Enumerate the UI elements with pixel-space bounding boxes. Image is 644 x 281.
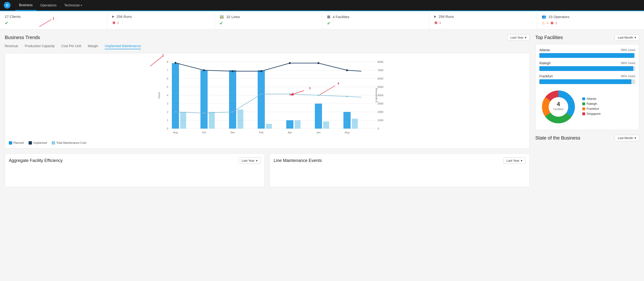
svg-text:hours: hours — [158, 92, 160, 99]
top-facilities-card: Atlanta 99% Used Raleigh 98% Used Fr — [535, 44, 639, 130]
stat-facilities-status: ✔ — [327, 21, 425, 26]
svg-point-44 — [203, 69, 205, 71]
svg-point-53 — [260, 93, 262, 95]
svg-text:Aug: Aug — [173, 131, 178, 134]
svg-rect-41 — [323, 121, 329, 129]
legend-planned-color — [9, 141, 12, 145]
svg-text:Jun: Jun — [316, 131, 320, 134]
top-facilities-header: Top Facilities Last Month ▾ — [535, 34, 639, 41]
legend-planned: Planned — [9, 141, 24, 145]
svg-text:6000: 6000 — [378, 77, 383, 80]
chart-svg: 0 1 2 3 4 5 6 7 8 hours 0 1000 2000 3000 — [9, 57, 526, 138]
state-business-title: State of the Business — [535, 135, 580, 141]
svg-text:6: 6 — [167, 77, 168, 80]
business-trends-header: Business Trends Last Year ▾ — [5, 34, 530, 41]
svg-rect-38 — [238, 110, 243, 129]
chevron-down-icon: ▾ — [521, 159, 522, 162]
svg-text:Aug: Aug — [345, 131, 350, 134]
tab-cost-per-unit[interactable]: Cost Per Unit — [61, 44, 81, 49]
aggregate-header: Aggregate Facility Efficiency Last Year … — [9, 157, 261, 164]
tab-unplanned-maintenance[interactable]: Unplanned Maintenance — [105, 44, 141, 49]
aggregate-filter[interactable]: Last Year ▾ — [238, 157, 261, 164]
stat-runs-1[interactable]: 256 Runs ⊗ 1 — [108, 10, 215, 29]
users-icon: 👥 — [542, 14, 546, 19]
svg-rect-30 — [200, 70, 208, 129]
donut-svg: 4 Facilities — [539, 88, 578, 126]
play-icon — [434, 15, 436, 18]
stat-runs-2[interactable]: 256 Runs ⊗ 1 — [430, 10, 537, 29]
tab-production-capacity[interactable]: Production Capacity — [25, 44, 54, 49]
svg-rect-33 — [286, 120, 294, 129]
svg-text:3: 3 — [167, 102, 168, 105]
stat-clients-title: 17 Clients — [5, 14, 102, 18]
svg-text:7000: 7000 — [378, 69, 383, 72]
donut-legend-raleigh: Raleigh — [582, 102, 600, 105]
chevron-down-icon: ▾ — [81, 4, 82, 7]
nav-business[interactable]: Business — [15, 0, 36, 10]
svg-point-52 — [232, 111, 233, 113]
state-business-filter[interactable]: Last Month ▾ — [615, 135, 639, 141]
top-facilities-filter[interactable]: Last Month ▾ — [615, 34, 639, 41]
nav-operations[interactable]: Operations — [36, 0, 60, 10]
svg-text:2000: 2000 — [378, 110, 383, 113]
navbar: O Business Operations Technician ▾ — [0, 0, 644, 10]
svg-rect-37 — [209, 112, 215, 129]
svg-text:3000: 3000 — [378, 102, 383, 105]
line-maintenance-card: Line Maintenance Events Last Year ▾ — [270, 153, 530, 187]
line-maintenance-content — [274, 164, 526, 183]
svg-point-46 — [260, 70, 262, 72]
stat-facilities[interactable]: ▦ 4 Facilities ✔ — [322, 10, 430, 29]
chevron-down-icon: ▾ — [634, 36, 636, 39]
facility-frankfurt-bar-bg — [539, 79, 635, 84]
svg-point-45 — [232, 70, 234, 72]
svg-text:Apr: Apr — [288, 131, 292, 134]
facility-raleigh: Raleigh 98% Used — [539, 61, 635, 71]
state-business-header: State of the Business Last Month ▾ — [535, 135, 639, 141]
business-trends-filter[interactable]: Last Year ▾ — [508, 34, 530, 41]
svg-point-55 — [318, 94, 319, 96]
stat-clients[interactable]: 17 Clients ✔ — [0, 10, 108, 29]
svg-rect-42 — [352, 119, 358, 129]
svg-text:4000: 4000 — [378, 94, 383, 97]
svg-rect-39 — [266, 124, 272, 129]
error-icon: ⊗ — [112, 20, 115, 25]
chevron-down-icon: ▾ — [256, 159, 258, 162]
svg-rect-36 — [180, 112, 186, 129]
tab-revenue[interactable]: Revenue — [5, 44, 18, 49]
business-trends-chart: 0 1 2 3 4 5 6 7 8 hours 0 1000 2000 3000 — [5, 53, 530, 149]
nav-technician[interactable]: Technician ▾ — [60, 0, 86, 10]
check-icon: ✔ — [327, 21, 330, 26]
stat-lines-title: 🚃 32 Lines — [220, 14, 317, 19]
facility-atlanta-bar-bg — [539, 53, 635, 58]
logo: O — [4, 2, 10, 8]
legend-total-cost-color — [52, 141, 55, 145]
svg-point-43 — [174, 62, 176, 64]
svg-text:Dec: Dec — [230, 131, 235, 134]
donut-legend-frankfurt: Frankfurt — [582, 107, 600, 110]
right-panel: Top Facilities Last Month ▾ Atlanta 99% … — [530, 34, 639, 187]
svg-rect-31 — [229, 70, 236, 129]
svg-rect-40 — [294, 120, 300, 129]
svg-rect-34 — [315, 104, 322, 129]
donut-singapore-color — [582, 112, 585, 115]
stat-lines[interactable]: 🚃 32 Lines ✔ — [215, 10, 322, 29]
svg-rect-29 — [172, 63, 179, 129]
aggregate-content — [9, 164, 261, 183]
legend-total-cost: Total Maintenance Cost — [52, 141, 86, 145]
play-icon — [112, 15, 114, 18]
stat-runs-1-status: ⊗ 1 — [112, 20, 210, 25]
svg-text:8000: 8000 — [378, 60, 383, 63]
error-icon: ⊗ — [550, 21, 554, 25]
business-trends-title: Business Trends — [5, 35, 40, 40]
top-facilities-title: Top Facilities — [535, 35, 563, 40]
svg-point-48 — [318, 62, 320, 64]
donut-chart: 4 Facilities — [539, 88, 578, 126]
warn-icon: ⚠ — [542, 21, 545, 25]
tab-margin[interactable]: Margin — [88, 44, 98, 49]
stat-operators[interactable]: 👥 23 Operators ⚠ 4 ⊗ 1 — [537, 10, 644, 29]
grid-icon: ▦ — [327, 14, 330, 19]
aggregate-facility-card: Aggregate Facility Efficiency Last Year … — [5, 153, 265, 187]
stat-clients-status: ✔ — [5, 20, 102, 26]
svg-text:5: 5 — [167, 85, 168, 88]
line-maintenance-filter[interactable]: Last Year ▾ — [504, 157, 526, 164]
